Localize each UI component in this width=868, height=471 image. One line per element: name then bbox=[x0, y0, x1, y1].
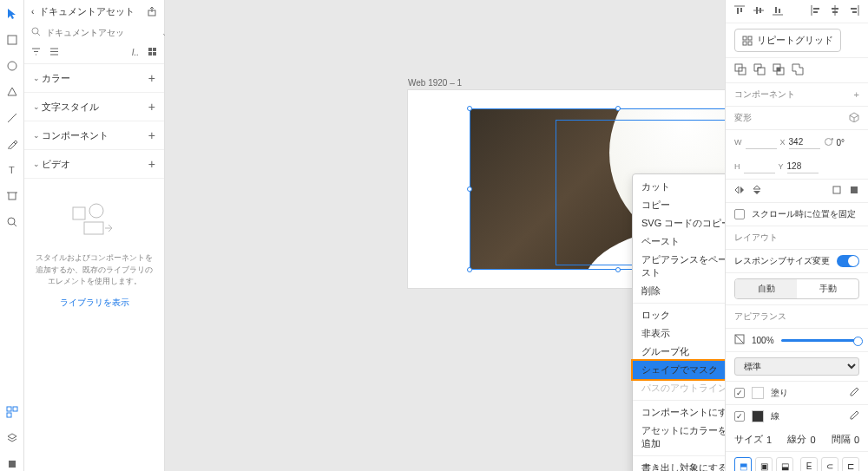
align-right-icon[interactable] bbox=[849, 5, 859, 17]
section-文字スタイル[interactable]: ⌄文字スタイル+ bbox=[24, 93, 164, 121]
show-library-link[interactable]: ライブラリを表示 bbox=[35, 297, 154, 309]
selection-handle[interactable] bbox=[615, 267, 621, 272]
plugins-icon[interactable] bbox=[5, 457, 19, 471]
menu-item[interactable]: パスのアウトライン bbox=[633, 379, 725, 397]
artboard-label[interactable]: Web 1920 – 1 bbox=[408, 78, 462, 88]
stroke-center-icon[interactable]: ▣ bbox=[755, 457, 773, 471]
add-icon[interactable]: + bbox=[148, 71, 155, 85]
align-left-icon[interactable] bbox=[811, 5, 821, 17]
resize-mode-segment[interactable]: 自動 手動 bbox=[734, 278, 859, 299]
pathfinder-add-icon[interactable] bbox=[734, 63, 746, 77]
svg-rect-34 bbox=[779, 9, 780, 13]
repeat-grid-button[interactable]: リピートグリッド bbox=[734, 29, 841, 52]
align-hcenter-icon[interactable] bbox=[830, 5, 840, 17]
menu-item[interactable]: カット⌘ X bbox=[633, 178, 725, 196]
fill-checkbox[interactable]: ✓ bbox=[734, 388, 745, 398]
blend-mode-select[interactable]: 標準 bbox=[734, 357, 859, 376]
opacity-slider[interactable] bbox=[781, 339, 859, 342]
menu-item[interactable]: アセットにカラーを追加⇧ ⌘ C bbox=[633, 422, 725, 453]
layers-icon[interactable] bbox=[5, 431, 19, 445]
cap-butt-icon[interactable]: E bbox=[800, 457, 818, 471]
flip-h-icon[interactable] bbox=[734, 185, 745, 197]
flip-icon[interactable] bbox=[832, 185, 842, 197]
zoom-tool[interactable] bbox=[5, 215, 19, 229]
menu-item[interactable]: ロック⌘ L bbox=[633, 306, 725, 324]
flip-icon2[interactable] bbox=[849, 185, 859, 197]
cap-round-icon[interactable]: ⊂ bbox=[821, 457, 838, 471]
line-tool[interactable] bbox=[5, 111, 19, 125]
pathfinder-intersect-icon[interactable] bbox=[773, 63, 785, 77]
height-input[interactable] bbox=[744, 160, 775, 173]
artboard-tool[interactable] bbox=[5, 189, 19, 203]
search-input[interactable] bbox=[46, 28, 156, 37]
eyedropper-icon[interactable] bbox=[849, 410, 859, 422]
y-input[interactable] bbox=[787, 160, 819, 173]
fill-swatch[interactable] bbox=[752, 387, 764, 399]
pathfinder-subtract-icon[interactable] bbox=[753, 63, 766, 77]
menu-item[interactable]: ペースト⌘ V bbox=[633, 232, 725, 251]
text-tool[interactable]: T bbox=[5, 163, 19, 177]
menu-item[interactable]: SVG コードのコピー bbox=[633, 214, 725, 232]
list-icon[interactable] bbox=[49, 47, 59, 58]
filter-icon[interactable] bbox=[31, 47, 41, 58]
svg-rect-45 bbox=[748, 36, 752, 40]
cap-square-icon[interactable]: ⊏ bbox=[842, 457, 859, 471]
grid-icon[interactable] bbox=[148, 47, 157, 58]
selection-handle[interactable] bbox=[467, 186, 472, 192]
svg-rect-23 bbox=[73, 207, 85, 219]
polygon-tool[interactable] bbox=[5, 85, 19, 99]
width-input[interactable] bbox=[746, 135, 777, 149]
eyedropper-icon[interactable] bbox=[849, 387, 859, 399]
menu-item[interactable]: シェイプでマスク⇧ ⌘ M bbox=[633, 361, 725, 379]
chevron-icon: ⌄ bbox=[33, 131, 42, 140]
menu-item[interactable]: アピアランスをペースト⌥ ⌘ V bbox=[633, 251, 725, 282]
menu-item[interactable]: 削除⌘ ⌫ bbox=[633, 282, 725, 300]
selection-handle[interactable] bbox=[467, 106, 472, 111]
add-icon[interactable]: + bbox=[148, 100, 155, 114]
section-カラー[interactable]: ⌄カラー+ bbox=[24, 64, 164, 93]
canvas[interactable]: Web 1920 – 1 カット⌘ Xコピー⌘ CSVG コードのコピーペースト… bbox=[165, 0, 725, 471]
svg-rect-55 bbox=[833, 186, 840, 193]
align-vcenter-icon[interactable] bbox=[753, 5, 764, 17]
menu-item[interactable]: 非表示⌘ ; bbox=[633, 324, 725, 343]
select-tool[interactable] bbox=[5, 7, 19, 21]
add-icon[interactable]: + bbox=[148, 128, 155, 142]
section-ビデオ[interactable]: ⌄ビデオ+ bbox=[24, 150, 164, 179]
rotate-icon[interactable] bbox=[824, 137, 833, 148]
menu-item[interactable]: コピー⌘ C bbox=[633, 196, 725, 214]
menu-item[interactable]: コンポーネントにする⌘ K bbox=[633, 403, 725, 422]
size-icon[interactable]: I.. bbox=[132, 48, 139, 57]
rectangle-tool[interactable] bbox=[5, 33, 19, 47]
menu-item[interactable]: 書き出し対象にする⌘ E bbox=[633, 459, 725, 471]
pen-tool[interactable] bbox=[5, 137, 19, 151]
menu-item[interactable]: グループ化⌘ G bbox=[633, 343, 725, 361]
x-input[interactable] bbox=[789, 135, 820, 149]
align-bottom-icon[interactable] bbox=[773, 5, 783, 17]
stroke-inner-icon[interactable]: ⬒ bbox=[734, 457, 752, 471]
svg-rect-4 bbox=[9, 193, 16, 200]
selection-handle[interactable] bbox=[615, 106, 621, 111]
align-top-icon[interactable] bbox=[734, 5, 745, 17]
search-icon bbox=[31, 27, 41, 38]
ellipse-tool[interactable] bbox=[5, 59, 19, 73]
chevron-icon: ⌄ bbox=[33, 102, 42, 111]
opacity-icon bbox=[734, 334, 745, 346]
stroke-swatch[interactable] bbox=[752, 410, 764, 422]
selection-handle[interactable] bbox=[467, 267, 472, 272]
back-button[interactable]: ‹ bbox=[31, 7, 34, 16]
3d-icon[interactable] bbox=[849, 112, 859, 124]
svg-rect-42 bbox=[851, 8, 857, 10]
responsive-toggle[interactable] bbox=[837, 255, 859, 267]
svg-point-14 bbox=[32, 28, 38, 34]
section-コンポーネント[interactable]: ⌄コンポーネント+ bbox=[24, 121, 164, 150]
svg-rect-31 bbox=[760, 8, 761, 13]
share-icon[interactable] bbox=[147, 6, 157, 18]
pathfinder-exclude-icon[interactable] bbox=[792, 63, 804, 77]
assets-icon[interactable] bbox=[5, 405, 19, 419]
stroke-checkbox[interactable]: ✓ bbox=[734, 411, 745, 422]
add-icon[interactable]: + bbox=[148, 157, 155, 171]
stroke-outer-icon[interactable]: ⬓ bbox=[776, 457, 793, 471]
flip-v-icon[interactable] bbox=[752, 185, 762, 197]
add-component-icon[interactable]: + bbox=[854, 89, 859, 100]
scroll-fix-checkbox[interactable] bbox=[734, 209, 745, 219]
